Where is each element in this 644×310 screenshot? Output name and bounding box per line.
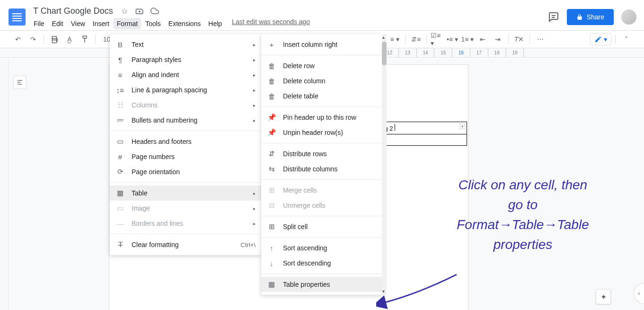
print-button[interactable] — [48, 33, 61, 46]
submenu-arrow-icon: ▸ — [253, 88, 256, 93]
user-avatar[interactable] — [621, 9, 636, 25]
insert-column-right-icon: + — [267, 40, 276, 49]
submenu-arrow-icon: ▸ — [253, 72, 256, 78]
star-icon[interactable]: ☆ — [120, 6, 129, 16]
more-toolbar-button[interactable]: ⋯ — [534, 33, 547, 46]
explore-button[interactable]: ✦ — [596, 289, 611, 304]
table-submenu-sort-ascending[interactable]: ↑Sort ascending — [261, 240, 382, 256]
menu-item-label: Columns — [132, 101, 253, 109]
columns-icon: ☷ — [115, 100, 125, 110]
scrollbar-thumb[interactable] — [382, 42, 387, 65]
submenu-item-label: Split cell — [283, 223, 376, 230]
table-submenu-delete-row[interactable]: 🗑Delete row — [261, 58, 382, 73]
format-menu-page-orientation[interactable]: ⟳Page orientation — [110, 164, 261, 179]
delete-row-icon: 🗑 — [267, 61, 276, 71]
ruler-tick: 14 — [417, 48, 435, 58]
table-submenu-table-properties[interactable]: ▦Table properties — [261, 277, 382, 292]
menu-file[interactable]: File — [30, 18, 48, 29]
submenu-arrow-icon: ▸ — [253, 42, 256, 47]
docs-logo[interactable] — [8, 8, 26, 27]
table-submenu-pin-header-up-to-this-row[interactable]: 📌Pin header up to this row — [261, 110, 382, 125]
delete-column-icon: 🗑 — [267, 76, 276, 86]
table-submenu: ▲ ▼ +Insert column right🗑Delete row🗑Dele… — [261, 34, 382, 295]
line-paragraph-spacing-icon: ↕≡ — [115, 85, 125, 95]
format-menu-line-paragraph-spacing[interactable]: ↕≡Line & paragraph spacing▸ — [110, 82, 261, 97]
submenu-item-label: Delete table — [283, 92, 376, 100]
format-menu-clear-formatting[interactable]: T̶Clear formattingCtrl+\ — [110, 237, 261, 252]
ruler-tick: 19 — [506, 48, 524, 58]
format-menu-align-and-indent[interactable]: ≡Align and indent▸ — [110, 67, 261, 82]
menu-item-label: Table — [132, 189, 253, 197]
menu-extensions[interactable]: Extensions — [165, 18, 204, 29]
numbered-list-button[interactable]: 1≡ ▾ — [461, 33, 474, 46]
submenu-arrow-icon: ▸ — [253, 206, 256, 211]
menu-item-label: Align and indent — [132, 71, 253, 79]
submenu-item-label: Pin header up to this row — [283, 114, 376, 121]
align-and-indent-icon: ≡ — [115, 70, 125, 80]
share-button[interactable]: Share — [567, 9, 614, 25]
page-numbers-icon: # — [115, 152, 125, 161]
decrease-indent-button[interactable]: ⇤ — [476, 33, 489, 46]
split-cell-icon: ⊞ — [267, 222, 276, 231]
submenu-scrollbar[interactable] — [382, 34, 387, 295]
menu-item-label: Line & paragraph spacing — [132, 86, 253, 94]
docs-logo-icon — [9, 9, 26, 26]
table-submenu-distribute-columns[interactable]: ⇆Distribute columns — [261, 161, 382, 177]
table-submenu-delete-table[interactable]: 🗑Delete table — [261, 89, 382, 104]
undo-button[interactable]: ↶ — [11, 33, 25, 46]
document-title[interactable]: T Chart Google Docs — [30, 5, 116, 17]
svg-rect-2 — [53, 40, 57, 43]
move-icon[interactable] — [135, 6, 144, 16]
bulleted-list-button[interactable]: •≡ ▾ — [446, 33, 459, 46]
comment-history-icon[interactable] — [548, 11, 559, 23]
format-menu-page-numbers[interactable]: #Page numbers — [110, 149, 261, 164]
menu-view[interactable]: View — [68, 18, 88, 29]
scroll-up-icon[interactable]: ▲ — [381, 35, 386, 40]
ruler-tick: 18 — [488, 48, 506, 58]
menu-tools[interactable]: Tools — [142, 18, 164, 29]
format-menu-headers-and-footers[interactable]: ▭Headers and footers — [110, 134, 261, 149]
cloud-status-icon[interactable] — [150, 6, 159, 16]
menu-format[interactable]: Format — [114, 18, 141, 29]
distribute-rows-icon: ⇵ — [267, 149, 276, 159]
menu-item-label: Image — [132, 204, 253, 212]
redo-button[interactable]: ↷ — [26, 33, 40, 46]
table-submenu-split-cell[interactable]: ⊞Split cell — [261, 219, 382, 234]
align-button[interactable]: ≡ ▾ — [388, 33, 401, 46]
checklist-button[interactable]: ☑≡ ▾ — [431, 33, 444, 46]
cell-dropdown-icon[interactable]: ▾ — [460, 124, 465, 129]
format-menu-table[interactable]: ▦Table▸ — [110, 186, 261, 201]
submenu-item-label: Unpin header row(s) — [283, 129, 376, 136]
menu-edit[interactable]: Edit — [49, 18, 67, 29]
bullets-and-numbering-icon: ≔ — [115, 115, 125, 125]
paint-format-button[interactable] — [78, 33, 91, 46]
spellcheck-button[interactable]: A̲ — [63, 33, 76, 46]
hide-menus-button[interactable]: ˄ — [619, 33, 633, 46]
outline-toggle-button[interactable] — [13, 76, 26, 89]
table-submenu-sort-descending[interactable]: ↓Sort descending — [261, 256, 382, 271]
table-submenu-unmerge-cells: ⊟Unmerge cells — [261, 198, 382, 213]
format-menu-paragraph-styles[interactable]: ¶Paragraph styles▸ — [110, 52, 261, 67]
scroll-down-icon[interactable]: ▼ — [381, 289, 386, 294]
delete-table-icon: 🗑 — [267, 91, 276, 101]
table-submenu-delete-column[interactable]: 🗑Delete column — [261, 73, 382, 89]
format-menu-text[interactable]: BText▸ — [110, 37, 261, 52]
table-submenu-distribute-rows[interactable]: ⇵Distribute rows — [261, 146, 382, 161]
menu-insert[interactable]: Insert — [89, 18, 113, 29]
line-spacing-button[interactable]: ⇵≡ — [409, 33, 423, 46]
format-menu-bullets-and-numbering[interactable]: ≔Bullets and numbering▸ — [110, 113, 261, 128]
submenu-arrow-icon: ▸ — [253, 103, 256, 108]
table-submenu-insert-column-right[interactable]: +Insert column right — [261, 37, 382, 52]
vertical-ruler[interactable] — [0, 59, 9, 310]
increase-indent-button[interactable]: ⇥ — [491, 33, 504, 46]
menu-help[interactable]: Help — [205, 18, 225, 29]
side-panel-toggle[interactable]: ‹ — [634, 283, 644, 304]
editing-mode-button[interactable]: ▾ — [590, 33, 611, 45]
table-submenu-unpin-header-row-s-[interactable]: 📌Unpin header row(s) — [261, 125, 382, 140]
clear-formatting-icon: T̶ — [115, 240, 125, 249]
clear-format-button[interactable]: T✕ — [512, 33, 526, 46]
chevron-down-icon: ▾ — [604, 35, 607, 43]
title-area: T Chart Google Docs ☆ File Edit View Ins… — [30, 5, 310, 29]
menubar: File Edit View Insert Format Tools Exten… — [30, 18, 310, 29]
last-edit-link[interactable]: Last edit was seconds ago — [232, 18, 310, 29]
